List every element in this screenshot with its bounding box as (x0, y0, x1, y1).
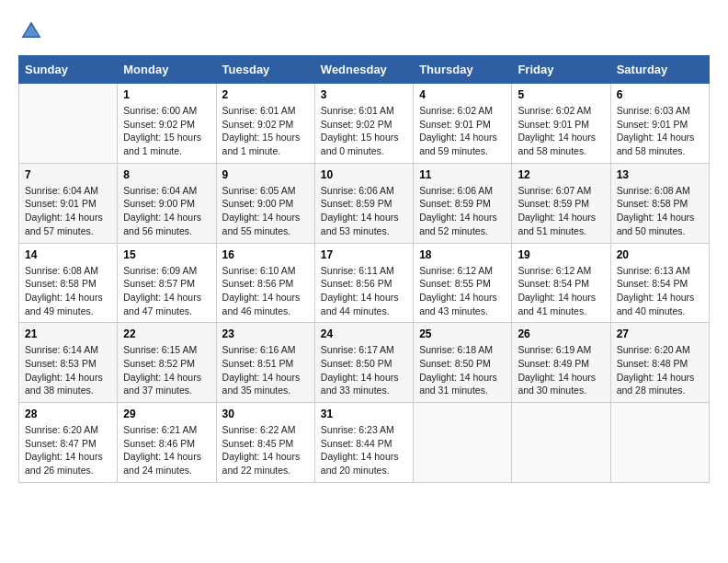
day-number: 7 (25, 168, 111, 181)
calendar-cell: 21Sunrise: 6:14 AM Sunset: 8:53 PM Dayli… (19, 323, 118, 403)
day-info: Sunrise: 6:12 AM Sunset: 8:55 PM Dayligh… (419, 264, 506, 318)
calendar-week-row: 7Sunrise: 6:04 AM Sunset: 9:01 PM Daylig… (19, 163, 710, 243)
day-number: 28 (25, 408, 111, 420)
day-number: 8 (123, 168, 210, 181)
day-number: 9 (222, 168, 309, 181)
calendar-cell: 10Sunrise: 6:06 AM Sunset: 8:59 PM Dayli… (314, 163, 413, 243)
day-number: 1 (123, 88, 210, 101)
day-number: 21 (25, 327, 111, 340)
calendar-week-row: 14Sunrise: 6:08 AM Sunset: 8:58 PM Dayli… (19, 243, 710, 323)
day-number: 26 (518, 327, 604, 340)
calendar-cell: 29Sunrise: 6:21 AM Sunset: 8:46 PM Dayli… (118, 403, 216, 483)
weekday-header-wednesday: Wednesday (314, 56, 413, 84)
calendar-cell: 13Sunrise: 6:08 AM Sunset: 8:58 PM Dayli… (610, 163, 709, 243)
day-number: 6 (617, 88, 703, 101)
calendar-cell: 4Sunrise: 6:02 AM Sunset: 9:01 PM Daylig… (414, 84, 512, 164)
day-info: Sunrise: 6:20 AM Sunset: 8:48 PM Dayligh… (617, 343, 703, 397)
day-info: Sunrise: 6:18 AM Sunset: 8:50 PM Dayligh… (419, 343, 506, 397)
day-info: Sunrise: 6:03 AM Sunset: 9:01 PM Dayligh… (617, 104, 703, 158)
calendar-cell (19, 84, 118, 164)
calendar-cell: 9Sunrise: 6:05 AM Sunset: 9:00 PM Daylig… (216, 163, 314, 243)
day-info: Sunrise: 6:10 AM Sunset: 8:56 PM Dayligh… (222, 264, 309, 318)
day-number: 11 (419, 168, 506, 181)
day-info: Sunrise: 6:00 AM Sunset: 9:02 PM Dayligh… (123, 104, 210, 158)
weekday-header-friday: Friday (512, 56, 610, 84)
day-number: 19 (518, 248, 604, 261)
day-info: Sunrise: 6:21 AM Sunset: 8:46 PM Dayligh… (123, 423, 210, 477)
calendar-week-row: 21Sunrise: 6:14 AM Sunset: 8:53 PM Dayli… (19, 323, 710, 403)
calendar-cell: 25Sunrise: 6:18 AM Sunset: 8:50 PM Dayli… (414, 323, 512, 403)
day-number: 10 (321, 168, 407, 181)
calendar-cell: 23Sunrise: 6:16 AM Sunset: 8:51 PM Dayli… (216, 323, 314, 403)
day-number: 2 (222, 88, 309, 101)
logo-icon (18, 18, 44, 44)
day-info: Sunrise: 6:17 AM Sunset: 8:50 PM Dayligh… (321, 343, 407, 397)
page-header (18, 18, 710, 44)
day-number: 12 (518, 168, 604, 181)
calendar-cell: 15Sunrise: 6:09 AM Sunset: 8:57 PM Dayli… (118, 243, 216, 323)
logo (18, 18, 48, 44)
calendar-cell: 6Sunrise: 6:03 AM Sunset: 9:01 PM Daylig… (610, 84, 709, 164)
calendar-cell: 5Sunrise: 6:02 AM Sunset: 9:01 PM Daylig… (512, 84, 610, 164)
day-info: Sunrise: 6:13 AM Sunset: 8:54 PM Dayligh… (617, 264, 703, 318)
weekday-header-thursday: Thursday (414, 56, 512, 84)
calendar-cell: 2Sunrise: 6:01 AM Sunset: 9:02 PM Daylig… (216, 84, 314, 164)
calendar-cell (512, 403, 610, 483)
day-number: 25 (419, 327, 506, 340)
calendar-cell: 12Sunrise: 6:07 AM Sunset: 8:59 PM Dayli… (512, 163, 610, 243)
calendar-cell: 20Sunrise: 6:13 AM Sunset: 8:54 PM Dayli… (610, 243, 709, 323)
weekday-header-sunday: Sunday (19, 56, 118, 84)
calendar-cell: 22Sunrise: 6:15 AM Sunset: 8:52 PM Dayli… (118, 323, 216, 403)
calendar-cell: 26Sunrise: 6:19 AM Sunset: 8:49 PM Dayli… (512, 323, 610, 403)
calendar-cell: 3Sunrise: 6:01 AM Sunset: 9:02 PM Daylig… (314, 84, 413, 164)
calendar-cell: 8Sunrise: 6:04 AM Sunset: 9:00 PM Daylig… (118, 163, 216, 243)
calendar-cell: 11Sunrise: 6:06 AM Sunset: 8:59 PM Dayli… (414, 163, 512, 243)
day-info: Sunrise: 6:22 AM Sunset: 8:45 PM Dayligh… (222, 423, 309, 477)
day-number: 22 (123, 327, 210, 340)
day-number: 14 (25, 248, 111, 261)
day-number: 4 (419, 88, 506, 101)
calendar-cell: 18Sunrise: 6:12 AM Sunset: 8:55 PM Dayli… (414, 243, 512, 323)
weekday-header-saturday: Saturday (610, 56, 709, 84)
day-number: 29 (123, 408, 210, 420)
weekday-header-monday: Monday (118, 56, 216, 84)
calendar-cell: 30Sunrise: 6:22 AM Sunset: 8:45 PM Dayli… (216, 403, 314, 483)
day-info: Sunrise: 6:20 AM Sunset: 8:47 PM Dayligh… (25, 423, 111, 477)
day-info: Sunrise: 6:15 AM Sunset: 8:52 PM Dayligh… (123, 343, 210, 397)
day-info: Sunrise: 6:01 AM Sunset: 9:02 PM Dayligh… (321, 104, 407, 158)
day-info: Sunrise: 6:12 AM Sunset: 8:54 PM Dayligh… (518, 264, 604, 318)
calendar-cell: 16Sunrise: 6:10 AM Sunset: 8:56 PM Dayli… (216, 243, 314, 323)
calendar-cell (610, 403, 709, 483)
day-info: Sunrise: 6:14 AM Sunset: 8:53 PM Dayligh… (25, 343, 111, 397)
day-number: 30 (222, 408, 309, 420)
calendar-week-row: 28Sunrise: 6:20 AM Sunset: 8:47 PM Dayli… (19, 403, 710, 483)
day-info: Sunrise: 6:16 AM Sunset: 8:51 PM Dayligh… (222, 343, 309, 397)
day-number: 24 (321, 327, 407, 340)
day-info: Sunrise: 6:04 AM Sunset: 9:01 PM Dayligh… (25, 184, 111, 238)
day-number: 27 (617, 327, 703, 340)
calendar-cell: 27Sunrise: 6:20 AM Sunset: 8:48 PM Dayli… (610, 323, 709, 403)
calendar-cell: 17Sunrise: 6:11 AM Sunset: 8:56 PM Dayli… (314, 243, 413, 323)
weekday-header-tuesday: Tuesday (216, 56, 314, 84)
calendar-cell: 1Sunrise: 6:00 AM Sunset: 9:02 PM Daylig… (118, 84, 216, 164)
day-number: 31 (321, 408, 407, 420)
day-info: Sunrise: 6:11 AM Sunset: 8:56 PM Dayligh… (321, 264, 407, 318)
day-info: Sunrise: 6:08 AM Sunset: 8:58 PM Dayligh… (617, 184, 703, 238)
day-number: 23 (222, 327, 309, 340)
calendar-week-row: 1Sunrise: 6:00 AM Sunset: 9:02 PM Daylig… (19, 84, 710, 164)
day-info: Sunrise: 6:07 AM Sunset: 8:59 PM Dayligh… (518, 184, 604, 238)
day-number: 17 (321, 248, 407, 261)
calendar-cell: 7Sunrise: 6:04 AM Sunset: 9:01 PM Daylig… (19, 163, 118, 243)
day-info: Sunrise: 6:23 AM Sunset: 8:44 PM Dayligh… (321, 423, 407, 477)
day-number: 13 (617, 168, 703, 181)
day-info: Sunrise: 6:09 AM Sunset: 8:57 PM Dayligh… (123, 264, 210, 318)
day-info: Sunrise: 6:05 AM Sunset: 9:00 PM Dayligh… (222, 184, 309, 238)
day-info: Sunrise: 6:06 AM Sunset: 8:59 PM Dayligh… (321, 184, 407, 238)
day-info: Sunrise: 6:19 AM Sunset: 8:49 PM Dayligh… (518, 343, 604, 397)
day-number: 3 (321, 88, 407, 101)
day-info: Sunrise: 6:02 AM Sunset: 9:01 PM Dayligh… (518, 104, 604, 158)
day-number: 15 (123, 248, 210, 261)
day-info: Sunrise: 6:01 AM Sunset: 9:02 PM Dayligh… (222, 104, 309, 158)
day-number: 5 (518, 88, 604, 101)
calendar-cell (414, 403, 512, 483)
